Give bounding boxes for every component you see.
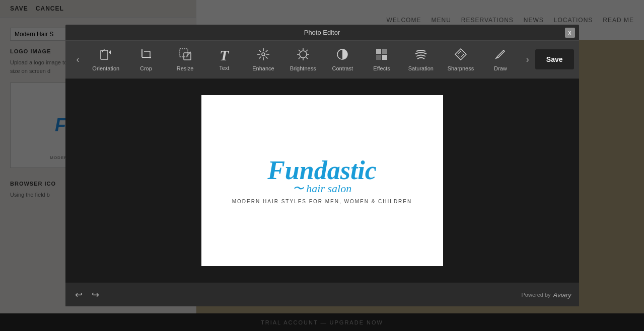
svg-marker-31 (455, 49, 466, 60)
save-button[interactable]: Save (535, 49, 574, 69)
undo-button[interactable]: ↩ (73, 287, 85, 302)
modal-header: Photo Editor x (65, 25, 579, 41)
modal-title: Photo Editor (304, 29, 340, 36)
next-icon: › (526, 54, 529, 65)
effects-icon (375, 47, 389, 63)
svg-line-24 (306, 50, 308, 51)
saturation-icon (414, 47, 428, 63)
text-icon: T (220, 48, 229, 63)
svg-marker-32 (458, 51, 464, 57)
brightness-icon (296, 47, 310, 63)
svg-rect-28 (382, 49, 387, 54)
effects-label: Effects (373, 65, 390, 71)
crop-label: Crop (140, 65, 152, 71)
svg-line-12 (259, 50, 261, 52)
prev-icon: ‹ (77, 54, 80, 65)
svg-point-16 (262, 53, 265, 56)
svg-rect-27 (376, 49, 381, 54)
sharpness-label: Sharpness (448, 65, 474, 71)
contrast-label: Contrast (332, 65, 353, 71)
redo-button[interactable]: ↪ (90, 287, 101, 302)
toolbar-item-resize[interactable]: Resize (168, 45, 203, 74)
toolbar-item-brightness[interactable]: Brightness (285, 45, 321, 74)
svg-rect-30 (382, 55, 387, 60)
modal-toolbar: ‹ Orientation (65, 41, 579, 78)
modal-close-button[interactable]: x (565, 28, 575, 38)
toolbar-item-draw[interactable]: Draw (483, 45, 518, 74)
toolbar-item-text[interactable]: T Text (206, 45, 242, 73)
svg-line-7 (187, 52, 191, 56)
toolbar-items: Orientation Crop (86, 45, 520, 74)
resize-icon (178, 47, 192, 63)
contrast-icon (335, 47, 349, 63)
svg-line-15 (259, 57, 261, 59)
sharpness-icon (454, 47, 468, 63)
toolbar-item-saturation[interactable]: Saturation (403, 45, 439, 74)
svg-line-25 (299, 57, 300, 59)
brightness-label: Brightness (290, 65, 316, 71)
preview-title-big: Fundastic (267, 157, 377, 184)
text-label: Text (219, 65, 229, 71)
svg-point-17 (300, 51, 307, 58)
enhance-icon (256, 47, 270, 63)
toolbar-item-contrast[interactable]: Contrast (325, 45, 360, 74)
undo-redo-controls: ↩ ↪ (73, 287, 101, 302)
toolbar-prev-button[interactable]: ‹ (70, 47, 86, 72)
svg-line-13 (265, 57, 267, 59)
toolbar-item-orientation[interactable]: Orientation (87, 45, 124, 74)
toolbar-item-enhance[interactable]: Enhance (246, 45, 281, 74)
draw-label: Draw (494, 65, 507, 71)
toolbar-item-effects[interactable]: Effects (364, 45, 399, 74)
aviary-brand: Aviary (553, 291, 571, 299)
draw-icon (493, 47, 508, 63)
enhance-label: Enhance (252, 65, 274, 71)
toolbar-item-sharpness[interactable]: Sharpness (443, 45, 479, 74)
preview-subtitle: MODERN HAIR STYLES FOR MEN, WOMEN & CHIL… (232, 199, 412, 204)
svg-rect-6 (184, 53, 191, 60)
svg-line-33 (504, 50, 505, 51)
resize-label: Resize (177, 65, 194, 71)
crop-icon (139, 47, 153, 63)
svg-rect-0 (101, 50, 108, 59)
svg-rect-29 (376, 55, 381, 60)
photo-editor-modal: Photo Editor x ‹ Orientation (65, 25, 579, 306)
orientation-label: Orientation (92, 65, 119, 71)
svg-line-22 (299, 50, 300, 51)
photo-preview: Fundastic 〜 hair salon MODERN HAIR STYLE… (201, 95, 443, 266)
toolbar-next-button[interactable]: › (520, 47, 535, 72)
saturation-label: Saturation (408, 65, 434, 71)
toolbar-item-crop[interactable]: Crop (128, 45, 164, 74)
powered-by: Powered by Aviary (522, 291, 571, 299)
powered-by-text: Powered by (522, 292, 551, 298)
preview-wave-decoration: 〜 hair salon (293, 181, 351, 196)
aviary-logo-text: Aviary (553, 291, 571, 299)
svg-line-23 (306, 57, 308, 59)
svg-line-14 (265, 50, 267, 52)
orientation-icon (99, 47, 113, 63)
modal-footer: ↩ ↪ Powered by Aviary (65, 283, 579, 306)
modal-body: Fundastic 〜 hair salon MODERN HAIR STYLE… (65, 78, 579, 283)
